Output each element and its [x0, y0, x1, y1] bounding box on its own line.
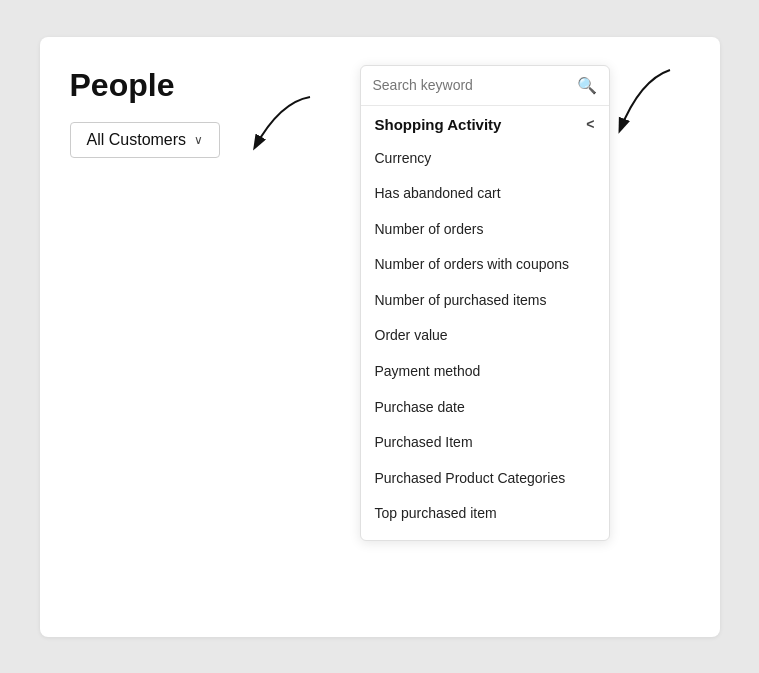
menu-item[interactable]: Has abandoned cart [361, 176, 609, 212]
menu-item[interactable]: Number of orders [361, 212, 609, 248]
chevron-left-icon[interactable]: < [586, 116, 594, 132]
menu-item[interactable]: Top purchased item [361, 496, 609, 532]
search-input[interactable] [373, 77, 571, 93]
search-row: 🔍 [361, 66, 609, 106]
main-card: People All Customers ∨ 🔍 Shoppin [40, 37, 720, 637]
menu-item[interactable]: Purchased Product Categories [361, 461, 609, 497]
search-icon: 🔍 [577, 76, 597, 95]
menu-item[interactable]: Purchased Item [361, 425, 609, 461]
all-customers-button[interactable]: All Customers ∨ [70, 122, 221, 158]
menu-item[interactable]: Purchase date [361, 390, 609, 426]
all-customers-label: All Customers [87, 131, 187, 149]
menu-item[interactable]: Currency [361, 141, 609, 177]
menu-item[interactable]: Number of orders with coupons [361, 247, 609, 283]
menu-item[interactable]: Number of purchased items [361, 283, 609, 319]
menu-item[interactable]: Payment method [361, 354, 609, 390]
dropdown-panel: 🔍 Shopping Activity < Currency Has aband… [360, 65, 610, 542]
arrow-left [220, 92, 340, 162]
section-header: Shopping Activity < [361, 106, 609, 141]
chevron-down-icon: ∨ [194, 133, 203, 147]
section-title: Shopping Activity [375, 116, 502, 133]
menu-item[interactable]: Order value [361, 318, 609, 354]
